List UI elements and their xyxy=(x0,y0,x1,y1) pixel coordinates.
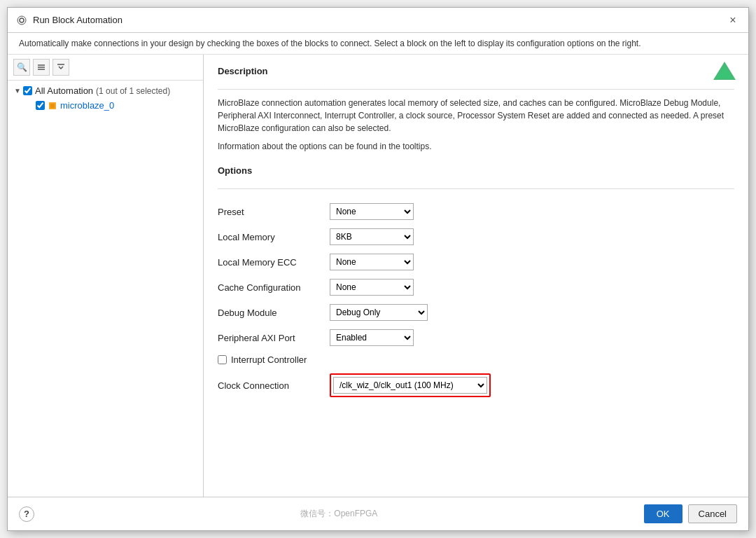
options-grid: Preset None Microcontroller Real-time Ap… xyxy=(218,203,734,397)
description-divider xyxy=(218,89,734,90)
local-memory-label: Local Memory xyxy=(218,232,330,242)
local-memory-ecc-select[interactable]: None SECDED No ECC xyxy=(330,254,414,270)
subtitle-text: Automatically make connections in your d… xyxy=(19,39,641,48)
left-panel: 🔍 xyxy=(8,55,204,497)
tree-child-item[interactable]: microblaze_0 xyxy=(8,98,203,113)
dialog-title: Run Block Automation xyxy=(33,15,122,25)
clock-connection-highlight: /clk_wiz_0/clk_out1 (100 MHz) Auto xyxy=(330,373,491,397)
local-memory-ecc-control: None SECDED No ECC xyxy=(330,254,734,270)
tree-child-label: microblaze_0 xyxy=(60,100,114,111)
bottom-left: ? xyxy=(19,506,34,522)
tree-root-label: All Automation xyxy=(35,85,93,96)
preset-label: Preset xyxy=(218,207,330,217)
options-title: Options xyxy=(218,165,734,176)
debug-module-select[interactable]: Debug Only Debug & Trace No Debug xyxy=(330,304,428,321)
subtitle-bar: Automatically make connections in your d… xyxy=(8,33,748,55)
search-icon: 🔍 xyxy=(17,62,27,72)
local-memory-ecc-label: Local Memory ECC xyxy=(218,257,330,268)
root-checkbox[interactable] xyxy=(23,86,32,95)
preset-control: None Microcontroller Real-time Applicati… xyxy=(330,203,734,220)
interrupt-controller-label: Interrupt Controller xyxy=(231,354,307,365)
peripheral-axi-port-control: Enabled Disabled xyxy=(330,329,734,346)
tree-expand-icon: ▼ xyxy=(13,87,22,95)
title-bar-left: Run Block Automation xyxy=(16,15,122,26)
clock-connection-label: Clock Connection xyxy=(218,380,330,391)
peripheral-axi-port-label: Peripheral AXI Port xyxy=(218,333,330,343)
help-button[interactable]: ? xyxy=(19,506,34,522)
automation-icon xyxy=(16,15,27,26)
expand-all-button[interactable] xyxy=(33,59,50,76)
svg-point-0 xyxy=(20,18,24,22)
svg-point-1 xyxy=(18,16,26,25)
interrupt-controller-row: Interrupt Controller xyxy=(218,354,734,365)
expand-icon xyxy=(36,62,46,72)
title-bar: Run Block Automation × xyxy=(8,8,748,33)
cache-config-select[interactable]: None 4K 8K 16K xyxy=(330,279,414,296)
peripheral-axi-port-select[interactable]: Enabled Disabled xyxy=(330,329,414,346)
local-memory-select[interactable]: None 4KB 8KB 16KB 32KB 64KB xyxy=(330,228,414,245)
debug-module-control: Debug Only Debug & Trace No Debug xyxy=(330,304,734,321)
child-checkbox[interactable] xyxy=(36,101,45,110)
collapse-all-button[interactable] xyxy=(52,59,69,76)
right-panel: Description MicroBlaze connection automa… xyxy=(204,55,748,497)
clock-connection-select[interactable]: /clk_wiz_0/clk_out1 (100 MHz) Auto xyxy=(333,377,487,394)
chip-icon xyxy=(48,101,57,111)
search-button[interactable]: 🔍 xyxy=(13,59,30,76)
tree-root-item[interactable]: ▼ All Automation (1 out of 1 selected) xyxy=(8,83,203,98)
description-text2: Information about the options can be fou… xyxy=(218,140,734,153)
vivado-logo xyxy=(712,60,737,83)
content-area: 🔍 xyxy=(8,55,748,497)
toolbar: 🔍 xyxy=(8,55,203,81)
interrupt-controller-checkbox[interactable] xyxy=(218,355,227,364)
close-button[interactable]: × xyxy=(726,13,740,27)
cancel-button[interactable]: Cancel xyxy=(688,504,737,523)
collapse-icon xyxy=(56,62,66,72)
local-memory-control: None 4KB 8KB 16KB 32KB 64KB xyxy=(330,228,734,245)
preset-select[interactable]: None Microcontroller Real-time Applicati… xyxy=(330,203,414,220)
debug-module-label: Debug Module xyxy=(218,308,330,318)
clock-connection-control: /clk_wiz_0/clk_out1 (100 MHz) Auto xyxy=(330,373,734,397)
cache-config-label: Cache Configuration xyxy=(218,282,330,293)
options-divider xyxy=(218,188,734,189)
svg-rect-9 xyxy=(50,104,55,108)
cache-config-control: None 4K 8K 16K xyxy=(330,279,734,296)
run-block-automation-dialog: Run Block Automation × Automatically mak… xyxy=(7,7,749,531)
watermark-text: 微信号：OpenFPGA xyxy=(34,508,644,520)
ok-button[interactable]: OK xyxy=(644,504,682,523)
bottom-bar: ? 微信号：OpenFPGA OK Cancel xyxy=(8,497,748,530)
bottom-right: OK Cancel xyxy=(644,504,737,523)
description-text1: MicroBlaze connection automation generat… xyxy=(218,97,734,134)
tree-root-sublabel: (1 out of 1 selected) xyxy=(96,86,170,96)
description-title: Description xyxy=(218,66,734,76)
tree-area: ▼ All Automation (1 out of 1 selected) m… xyxy=(8,81,203,497)
